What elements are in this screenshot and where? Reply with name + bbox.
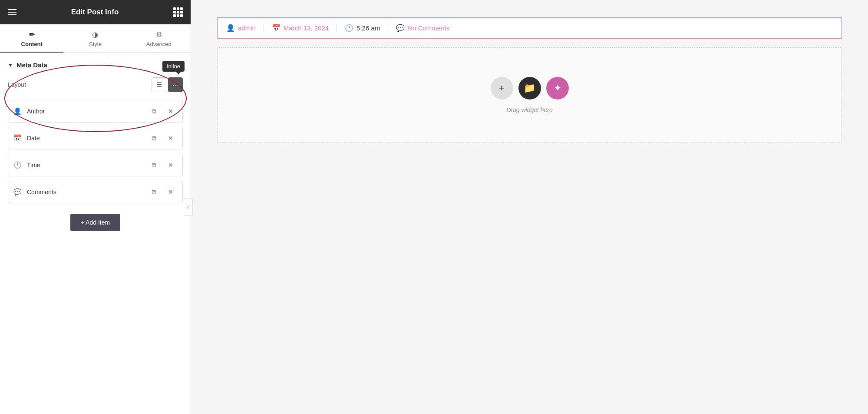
meta-data-section-header: ▼ Meta Data bbox=[8, 61, 183, 69]
hamburger-icon[interactable] bbox=[8, 9, 17, 15]
tab-content[interactable]: ✏ Content bbox=[0, 24, 63, 52]
user-icon: 👤 bbox=[226, 24, 235, 32]
layout-inline-button[interactable]: ⋯ bbox=[168, 77, 183, 92]
right-area: ‹ 👤 admin 📅 March 13, 2024 🕐 5:26 am 💬 N… bbox=[191, 0, 868, 414]
dots-icon: ⋯ bbox=[172, 81, 179, 89]
comments-duplicate-button[interactable]: ⧉ bbox=[148, 185, 161, 199]
list-icon: ☰ bbox=[156, 81, 162, 89]
item-author: 👤 Author ⧉ ✕ bbox=[8, 100, 183, 123]
items-list: 👤 Author ⧉ ✕ 📅 Date ⧉ ✕ 🕐 Time ⧉ ✕ 💬 Com… bbox=[8, 100, 183, 203]
meta-time: 🕐 5:26 am bbox=[337, 24, 388, 32]
folder-icon: 📁 bbox=[524, 83, 535, 94]
tabs-row: ✏ Content ◑ Style ⚙ Advanced bbox=[0, 24, 191, 53]
magic-widget-button[interactable]: ✦ bbox=[546, 77, 569, 99]
panel-header: Edit Post Info bbox=[0, 0, 191, 24]
meta-comments: 💬 No Comments bbox=[388, 24, 457, 32]
grid-icon[interactable] bbox=[173, 7, 183, 17]
collapse-panel-button[interactable]: ‹ bbox=[184, 199, 193, 216]
sparkle-icon: ✦ bbox=[554, 83, 561, 94]
time-delete-button[interactable]: ✕ bbox=[164, 159, 177, 172]
time-duplicate-button[interactable]: ⧉ bbox=[148, 159, 161, 172]
meta-author: 👤 admin bbox=[226, 24, 264, 32]
add-widget-button[interactable]: + bbox=[491, 77, 513, 99]
comments-delete-button[interactable]: ✕ bbox=[164, 185, 177, 199]
panel-content: ▼ Meta Data Layout ☰ ⋯ Inline 👤 Author ⧉ bbox=[0, 53, 191, 414]
item-date: 📅 Date ⧉ ✕ bbox=[8, 127, 183, 149]
drag-widget-text: Drag widget here bbox=[506, 106, 553, 113]
meta-date: 📅 March 13, 2024 bbox=[264, 24, 337, 32]
time-icon: 🕐 bbox=[13, 161, 22, 169]
inline-tooltip: Inline bbox=[162, 61, 185, 72]
author-icon: 👤 bbox=[13, 107, 22, 115]
date-icon: 📅 bbox=[13, 134, 22, 142]
widget-buttons: + 📁 ✦ bbox=[491, 77, 569, 99]
item-comments: 💬 Comments ⧉ ✕ bbox=[8, 181, 183, 203]
drag-widget-area: + 📁 ✦ Drag widget here bbox=[217, 47, 842, 143]
layout-list-button[interactable]: ☰ bbox=[152, 77, 166, 92]
comment-icon: 💬 bbox=[396, 24, 405, 32]
tab-advanced[interactable]: ⚙ Advanced bbox=[127, 24, 191, 52]
tab-style[interactable]: ◑ Style bbox=[63, 24, 127, 52]
pencil-icon: ✏ bbox=[29, 30, 35, 39]
comments-icon: 💬 bbox=[13, 188, 22, 196]
item-time: 🕐 Time ⧉ ✕ bbox=[8, 154, 183, 176]
layout-row: Layout ☰ ⋯ Inline bbox=[8, 77, 183, 92]
half-circle-icon: ◑ bbox=[92, 30, 98, 39]
author-delete-button[interactable]: ✕ bbox=[164, 105, 177, 118]
date-duplicate-button[interactable]: ⧉ bbox=[148, 132, 161, 145]
folder-widget-button[interactable]: 📁 bbox=[518, 77, 541, 99]
gear-icon: ⚙ bbox=[156, 30, 162, 39]
layout-buttons: ☰ ⋯ Inline bbox=[152, 77, 183, 92]
calendar-icon: 📅 bbox=[272, 24, 281, 32]
layout-label: Layout bbox=[8, 81, 26, 88]
chevron-left-icon: ‹ bbox=[188, 204, 189, 210]
left-panel: Edit Post Info ✏ Content ◑ Style ⚙ Advan… bbox=[0, 0, 191, 414]
panel-title: Edit Post Info bbox=[71, 8, 119, 17]
meta-info-bar: 👤 admin 📅 March 13, 2024 🕐 5:26 am 💬 No … bbox=[217, 17, 842, 39]
date-delete-button[interactable]: ✕ bbox=[164, 132, 177, 145]
chevron-down-icon: ▼ bbox=[8, 62, 13, 68]
plus-icon: + bbox=[499, 83, 505, 94]
author-duplicate-button[interactable]: ⧉ bbox=[148, 105, 161, 118]
add-item-button[interactable]: + Add Item bbox=[70, 214, 120, 231]
clock-icon: 🕐 bbox=[345, 24, 353, 32]
